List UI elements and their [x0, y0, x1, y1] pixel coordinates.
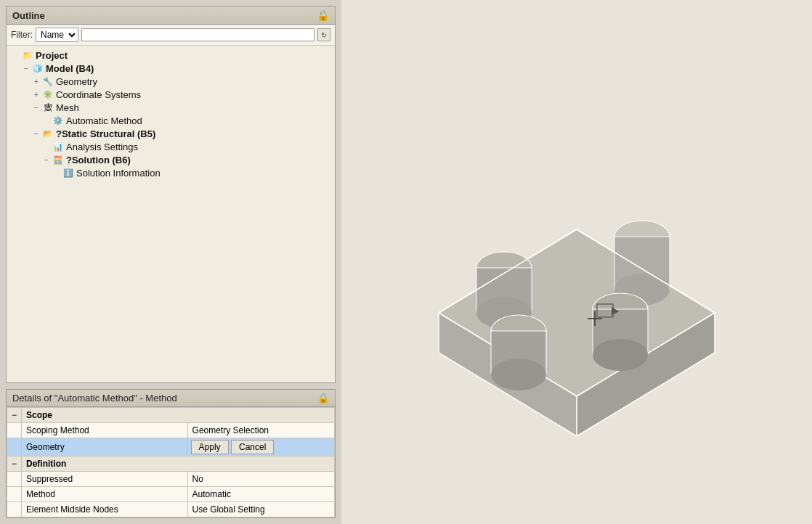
cell-midside-label: Element Midside Nodes	[22, 502, 188, 517]
icon-project: 📁	[21, 49, 34, 61]
scope-toggle[interactable]: −	[7, 408, 22, 423]
label-static-struct: ?Static Structural (B5)	[56, 128, 155, 139]
definition-label: Definition	[22, 457, 335, 472]
expander-geometry[interactable]: +	[31, 78, 41, 86]
label-analysis: Analysis Settings	[66, 142, 138, 152]
left-panel: Outline 🔒 Filter: Name Type ↻ 📁 Project …	[0, 0, 341, 524]
label-auto-method: Automatic Method	[66, 115, 142, 126]
details-table: − Scope Scoping Method Geometry Selectio…	[7, 407, 335, 517]
tree-item-mesh[interactable]: − 🕸 Mesh	[11, 101, 330, 114]
row-midside-indent	[7, 502, 22, 517]
definition-toggle[interactable]: −	[7, 457, 22, 472]
tree-item-solution[interactable]: − 🧮 ?Solution (B6)	[11, 153, 330, 166]
icon-coord: ✳️	[41, 89, 54, 100]
row-scoping-method: Scoping Method Geometry Selection	[7, 423, 335, 438]
filter-label: Filter:	[11, 30, 33, 40]
pin-icon[interactable]: 🔒	[317, 9, 329, 21]
icon-geometry: 🔧	[41, 75, 54, 87]
apply-button[interactable]: Apply	[191, 440, 229, 454]
tree-container: 📁 Project − 🧊 Model (B4) + 🔧 Geometry +	[7, 46, 335, 182]
details-title: Details of "Automatic Method" - Method	[12, 393, 177, 404]
cell-scoping-value: Geometry Selection	[187, 423, 334, 438]
icon-sol-info: ℹ️	[62, 167, 75, 179]
icon-model: 🧊	[31, 62, 44, 74]
row-geometry: Geometry Apply Cancel	[7, 438, 335, 457]
expander-coord[interactable]: +	[31, 91, 41, 99]
cell-suppressed-label: Suppressed	[22, 472, 188, 487]
3d-scene	[366, 88, 787, 436]
details-panel: Details of "Automatic Method" - Method 🔒…	[6, 389, 336, 518]
icon-solution: 🧮	[52, 154, 65, 165]
cell-geometry-value: Apply Cancel	[187, 438, 334, 457]
tree-item-model[interactable]: − 🧊 Model (B4)	[11, 62, 330, 75]
icon-auto-method: ⚙️	[52, 115, 65, 126]
row-method-indent	[7, 487, 22, 502]
row-method: Method Automatic	[7, 487, 335, 502]
cell-suppressed-value: No	[187, 472, 334, 487]
tree-item-sol-info[interactable]: ℹ️ Solution Information	[11, 166, 330, 179]
details-titlebar: Details of "Automatic Method" - Method 🔒	[7, 390, 335, 407]
filter-refresh-button[interactable]: ↻	[317, 28, 330, 41]
expander-mesh[interactable]: −	[31, 104, 41, 112]
label-sol-info: Solution Information	[76, 168, 161, 179]
cancel-button[interactable]: Cancel	[231, 440, 274, 454]
icon-analysis: 📊	[52, 141, 65, 152]
3d-viewport	[366, 88, 787, 436]
cell-scoping-label: Scoping Method	[22, 423, 188, 438]
cell-method-value: Automatic	[187, 487, 334, 502]
label-coord: Coordinate Systems	[56, 89, 141, 100]
row-suppressed: Suppressed No	[7, 472, 335, 487]
row-suppressed-indent	[7, 472, 22, 487]
tree-item-geometry[interactable]: + 🔧 Geometry	[11, 75, 330, 88]
expander-model[interactable]: −	[21, 65, 31, 73]
row-midside: Element Midside Nodes Use Global Setting	[7, 502, 335, 517]
label-geometry: Geometry	[56, 76, 97, 87]
cell-geometry-label: Geometry	[22, 438, 188, 457]
outline-title: Outline	[12, 10, 45, 21]
row-geometry-indent	[7, 438, 22, 457]
label-mesh: Mesh	[56, 102, 79, 113]
label-solution: ?Solution (B6)	[66, 155, 131, 165]
cylinder-br-bottom-rim	[593, 339, 648, 371]
section-scope-header: − Scope	[7, 408, 335, 423]
row-scoping-indent	[7, 423, 22, 438]
tree-item-static-struct[interactable]: − 📂 ?Static Structural (B5)	[11, 127, 330, 140]
tree-item-coord[interactable]: + ✳️ Coordinate Systems	[11, 88, 330, 101]
cell-method-label: Method	[22, 487, 188, 502]
filter-row: Filter: Name Type ↻	[7, 25, 335, 46]
viewport-panel	[341, 0, 812, 524]
icon-static-struct: 📂	[41, 128, 54, 139]
expander-static-struct[interactable]: −	[31, 130, 41, 138]
outline-titlebar: Outline 🔒	[7, 7, 335, 25]
expander-solution[interactable]: −	[41, 156, 52, 164]
icon-mesh: 🕸	[41, 102, 54, 113]
label-project: Project	[36, 50, 68, 61]
outline-panel: Outline 🔒 Filter: Name Type ↻ 📁 Project …	[6, 6, 336, 383]
label-model: Model (B4)	[46, 63, 94, 74]
filter-select[interactable]: Name Type	[36, 28, 78, 42]
section-definition-header: − Definition	[7, 457, 335, 472]
tree-item-analysis[interactable]: 📊 Analysis Settings	[11, 140, 330, 153]
tree-item-project[interactable]: 📁 Project	[11, 49, 330, 62]
cell-midside-value: Use Global Setting	[187, 502, 334, 517]
scope-label: Scope	[22, 408, 335, 423]
tree-item-auto-method[interactable]: ⚙️ Automatic Method	[11, 114, 330, 127]
details-pin-icon[interactable]: 🔒	[317, 393, 329, 404]
filter-input[interactable]	[81, 28, 314, 41]
cylinder-bl-bottom-rim	[491, 359, 546, 390]
